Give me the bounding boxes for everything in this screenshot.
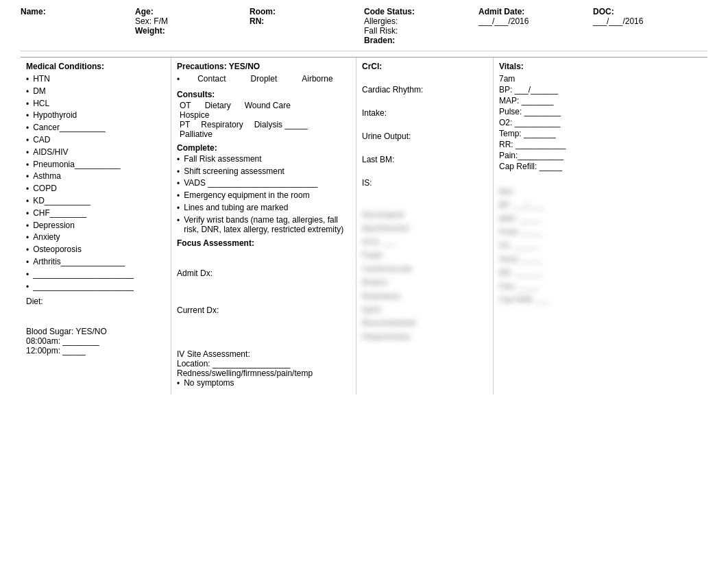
pt-item: PT	[180, 120, 190, 129]
vitals-time: 7am	[499, 74, 625, 84]
col-clinical: CrCl: Cardiac Rhythm: Intake: Urine Outp…	[356, 58, 494, 395]
list-item: VADS ________________________	[177, 178, 350, 190]
dietary-item: Dietary	[205, 101, 231, 110]
blurred-line: Temp: _____	[499, 253, 625, 266]
complete-title: Complete:	[177, 143, 350, 153]
droplet-item: Droplet	[251, 74, 278, 84]
admit-date-value: ___/___/2016	[478, 16, 586, 26]
blurred-line: Pupils	[362, 249, 487, 262]
blurred-line: Cap Refill: ___	[499, 293, 625, 307]
blurred-line: SpO2	[362, 303, 487, 317]
diet-label: Diet:	[26, 297, 43, 306]
col-vitals: Vitals: 7am BP: ___/______ MAP: _______ …	[494, 58, 631, 395]
blood-sugar-section: Blood Sugar: YES/NO 08:00am: ________ 12…	[26, 327, 165, 355]
list-item: Asthma	[26, 171, 165, 183]
blurred-line: O2: ______	[499, 239, 625, 253]
diet-section: Diet:	[26, 297, 165, 306]
list-item: Anxiety	[26, 232, 165, 244]
respiratory-item: Respiratory	[201, 120, 243, 129]
urine-label: Urine Output:	[362, 132, 487, 141]
list-item: ______________________	[26, 269, 165, 281]
blurred-line: RR: _______	[499, 266, 625, 280]
list-item: Verify wrist bands (name tag, allergies,…	[177, 215, 350, 234]
sex-label: Sex: F/M	[135, 16, 243, 26]
list-item: Osteoporosis	[26, 245, 165, 256]
blurred-line: Alert/Oriented	[362, 222, 487, 236]
blurred-line: 8am	[499, 185, 625, 199]
blurred-line: BP: ___/____	[499, 199, 625, 212]
intake-label: Intake:	[362, 108, 487, 118]
vitals-cap-refill: Cap Refill: _____	[499, 162, 625, 171]
blurred-line: Pulse: _____	[499, 225, 625, 239]
main-grid: Medical Conditions: HTN DM HCL Hypothyro…	[21, 57, 707, 395]
list-item: KD__________	[26, 196, 165, 208]
header-col-2: Room: RN:	[250, 7, 364, 45]
blurred-vitals: 8am BP: ___/____ MAP: _____ Pulse: _____…	[499, 185, 625, 307]
vitals-title: Vitals:	[499, 62, 625, 71]
blurred-line: Rhythm	[362, 276, 487, 290]
weight-label: Weight:	[135, 26, 243, 36]
list-item: DM	[26, 86, 165, 98]
dialysis-item: Dialysis _____	[254, 120, 308, 129]
blurred-line: GCS: ___	[362, 236, 487, 249]
hospice-item: Hospice	[177, 110, 350, 120]
name-label: Name:	[21, 7, 46, 16]
list-item: Cancer__________	[26, 123, 165, 134]
consults-row1: OT Dietary Wound Care	[177, 101, 350, 110]
iv-site-title: IV Site Assessment:	[177, 349, 350, 359]
age-label: Age:	[135, 7, 243, 16]
rn-label: RN:	[250, 16, 357, 26]
admit-dx-label: Admit Dx:	[177, 268, 350, 278]
vitals-pain: Pain:__________	[499, 151, 625, 160]
code-status-label: Code Status:	[364, 7, 472, 16]
blurred-line: MAP: _____	[499, 212, 625, 226]
list-item: Arthritis______________	[26, 257, 165, 268]
blurred-line: Respiratory	[362, 290, 487, 303]
header-section: Name: Age: Sex: F/M Weight: Room: RN: Co…	[21, 7, 707, 51]
list-item: HTN	[26, 74, 165, 86]
blood-sugar-label: Blood Sugar: YES/NO	[26, 327, 165, 336]
col-precautions: Precautions: YES/NO Contact Droplet Airb…	[171, 58, 356, 395]
admit-dx-section: Admit Dx:	[177, 268, 350, 278]
doc-label: DOC:	[593, 7, 701, 16]
header-col-4: Admit Date: ___/___/2016	[478, 7, 593, 45]
iv-location-label: Location: _________________	[177, 359, 350, 368]
consults-row2: PT Respiratory Dialysis _____	[177, 120, 350, 129]
iv-no-symptoms-list: No symptoms	[177, 378, 350, 390]
iv-site-section: IV Site Assessment: Location: __________…	[177, 349, 350, 390]
header-col-1b: Age: Sex: F/M Weight:	[135, 7, 250, 45]
consults-section: Consults: OT Dietary Wound Care Hospice …	[177, 90, 350, 139]
list-item: Lines and tubing are marked	[177, 203, 350, 214]
list-item: COPD	[26, 184, 165, 195]
vitals-rr: RR: ___________	[499, 140, 625, 149]
vitals-bp: BP: ___/______	[499, 85, 625, 95]
col-medical: Medical Conditions: HTN DM HCL Hypothyro…	[21, 58, 171, 395]
consults-title: Consults:	[177, 90, 350, 99]
list-item: CHF________	[26, 208, 165, 220]
complete-section: Complete: Fall Risk assessment Shift scr…	[177, 143, 350, 234]
list-item: Shift screening assessment	[177, 166, 350, 178]
cardiac-label: Cardiac Rhythm:	[362, 85, 487, 95]
page: Name: Age: Sex: F/M Weight: Room: RN: Co…	[0, 0, 728, 563]
contact-item: Contact	[197, 74, 226, 84]
blurred-line: Cardiovascular	[362, 262, 487, 276]
focus-title: Focus Assessment:	[177, 238, 350, 248]
header-col-1: Name:	[21, 7, 135, 45]
ot-item: OT	[180, 101, 191, 110]
blood-sugar-noon: 12:00pm: _____	[26, 346, 165, 355]
medical-title: Medical Conditions:	[26, 62, 165, 71]
header-col-5: DOC: ___/___/2016	[593, 7, 707, 45]
room-label: Room:	[250, 7, 357, 16]
focus-section: Focus Assessment:	[177, 238, 350, 248]
vitals-map: MAP: _______	[499, 96, 625, 105]
crcl-label: CrCl:	[362, 62, 487, 71]
precautions-list: Contact Droplet Airborne	[177, 74, 350, 86]
list-item: Hypothyroid	[26, 110, 165, 122]
allergies-label: Allergies:	[364, 16, 472, 26]
doc-date-value: ___/___/2016	[593, 16, 701, 26]
precautions-title: Precautions: YES/NO	[177, 62, 350, 71]
blurred-line: Musculoskeletal	[362, 316, 487, 330]
medical-list: HTN DM HCL Hypothyroid Cancer__________ …	[26, 74, 165, 292]
wound-care-item: Wound Care	[245, 101, 291, 110]
blurred-line: Pain: _____	[499, 280, 625, 294]
